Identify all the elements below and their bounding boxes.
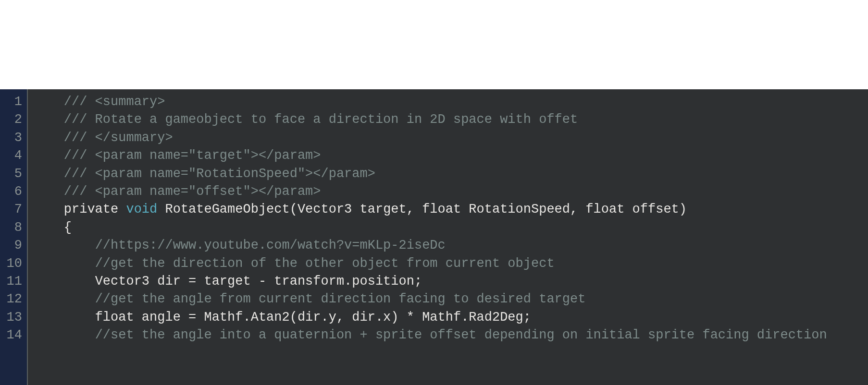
- code-editor: 1234567891011121314 /// <summary> /// Ro…: [0, 89, 868, 385]
- token-comment: /// </summary>: [64, 131, 173, 145]
- token-comment: //set the angle into a quaternion + spri…: [95, 328, 827, 342]
- line-number: 12: [0, 290, 22, 308]
- code-line[interactable]: //https://www.youtube.com/watch?v=mKLp-2…: [33, 237, 868, 254]
- line-number: 3: [0, 129, 22, 147]
- token-comment: /// <param name="target"></param>: [64, 148, 321, 163]
- token-normal: Vector3 dir = target - transform.positio…: [95, 274, 422, 289]
- code-line[interactable]: /// <param name="RotationSpeed"></param>: [33, 165, 868, 183]
- token-keyword: void: [126, 202, 157, 217]
- code-line[interactable]: private void RotateGameObject(Vector3 ta…: [33, 201, 868, 218]
- line-number: 1: [0, 93, 22, 111]
- token-comment: /// <param name="RotationSpeed"></param>: [64, 167, 375, 181]
- line-number: 8: [0, 219, 22, 237]
- code-line[interactable]: /// </summary>: [33, 129, 868, 147]
- code-line[interactable]: //get the direction of the other object …: [33, 255, 868, 273]
- code-line[interactable]: /// Rotate a gameobject to face a direct…: [33, 111, 868, 129]
- code-line[interactable]: /// <param name="offset"></param>: [33, 183, 868, 201]
- line-number: 7: [0, 201, 22, 218]
- code-line[interactable]: float angle = Mathf.Atan2(dir.y, dir.x) …: [33, 309, 868, 326]
- token-normal: float angle = Mathf.Atan2(dir.y, dir.x) …: [95, 310, 531, 325]
- line-number: 9: [0, 237, 22, 254]
- token-normal: {: [64, 220, 72, 235]
- token-comment: /// <param name="offset"></param>: [64, 184, 321, 199]
- code-content[interactable]: /// <summary> /// Rotate a gameobject to…: [28, 89, 868, 385]
- line-number-gutter: 1234567891011121314: [0, 89, 28, 385]
- code-line[interactable]: //set the angle into a quaternion + spri…: [33, 326, 868, 344]
- line-number: 13: [0, 309, 22, 326]
- token-normal: RotateGameObject(Vector3 target, float R…: [157, 202, 687, 217]
- line-number: 6: [0, 183, 22, 201]
- line-number: 5: [0, 165, 22, 183]
- token-comment: /// Rotate a gameobject to face a direct…: [64, 112, 578, 127]
- line-number: 11: [0, 273, 22, 290]
- token-comment: /// <summary>: [64, 95, 165, 109]
- code-line[interactable]: {: [33, 219, 868, 237]
- token-comment: //https://www.youtube.com/watch?v=mKLp-2…: [95, 238, 446, 253]
- code-line[interactable]: //get the angle from current direction f…: [33, 290, 868, 308]
- code-line[interactable]: /// <summary>: [33, 93, 868, 111]
- token-comment: //get the angle from current direction f…: [95, 292, 586, 306]
- code-line[interactable]: Vector3 dir = target - transform.positio…: [33, 273, 868, 290]
- line-number: 4: [0, 147, 22, 165]
- line-number: 14: [0, 326, 22, 344]
- token-normal: private: [64, 202, 126, 217]
- token-comment: //get the direction of the other object …: [95, 256, 555, 271]
- line-number: 10: [0, 255, 22, 273]
- code-line[interactable]: /// <param name="target"></param>: [33, 147, 868, 165]
- line-number: 2: [0, 111, 22, 129]
